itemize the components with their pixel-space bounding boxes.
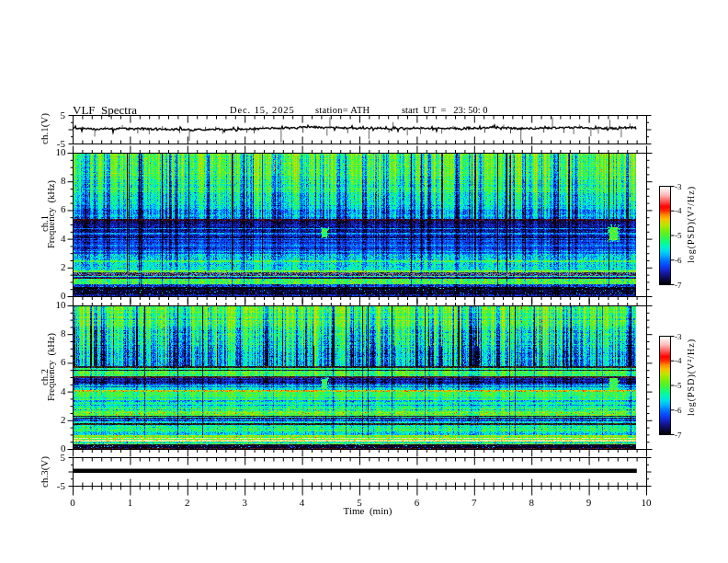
colorbar-1-tick-label--6: -6: [675, 257, 682, 265]
y-tick-label-ch1_spec-2: 2: [37, 262, 66, 272]
y-tick-label-ch2_spec-10: 10: [37, 300, 66, 310]
colorbar-2-label: log(PSD)(V²/Hz): [687, 338, 696, 415]
x-tick-label-4: 4: [291, 498, 313, 508]
date-label: Dec. 15, 2025: [230, 106, 295, 116]
y-tick-label-ch1_spec-6: 6: [37, 204, 66, 214]
plot-title: VLF Spectra: [73, 104, 137, 116]
time-axis-label: Time (min): [336, 506, 400, 516]
x-tick-label-1: 1: [119, 498, 141, 508]
y-tick-label-ch3_wave-bottom: -5: [37, 481, 65, 491]
colorbar-1-label: log(PSD)(V²/Hz): [687, 185, 696, 262]
x-tick-label-9: 9: [578, 498, 600, 508]
x-tick-label-5: 5: [348, 498, 370, 508]
x-tick-label-10: 10: [635, 498, 657, 508]
station-label: station= ATH: [315, 106, 370, 116]
x-tick-label-3: 3: [233, 498, 256, 508]
ch1-spectrogram-image: [74, 154, 636, 296]
x-tick-label-8: 8: [520, 498, 542, 508]
colorbar-1-tick-label--5: -5: [675, 232, 682, 240]
colorbar-2-tick-label--5: -5: [675, 382, 682, 390]
ch2-spectrogram-image: [74, 306, 636, 449]
y-tick-label-ch3_wave-top: 5: [37, 453, 65, 463]
colorbar-1-tick-label--4: -4: [675, 207, 682, 215]
y-tick-label-ch1_spec-8: 8: [37, 176, 66, 186]
colorbar-2-tick-label--6: -6: [675, 407, 682, 415]
colorbar-1-tick-label--3: -3: [675, 183, 682, 191]
y-tick-label-ch1_spec-10: 10: [37, 147, 66, 157]
y-tick-label-ch2_spec-2: 2: [37, 415, 66, 425]
x-tick-label-0: 0: [62, 498, 84, 508]
start-ut-label: start UT = 23: 50: 0: [402, 106, 488, 116]
colorbar-2-tick-label--4: -4: [675, 357, 682, 365]
vlf-spectra-figure: VLF Spectra Dec. 15, 2025 station= ATH s…: [0, 0, 728, 563]
x-tick-label-6: 6: [405, 498, 427, 508]
y-tick-label-ch1_spec-4: 4: [37, 234, 66, 244]
y-tick-label-ch2_spec-4: 4: [37, 386, 66, 396]
colorbar-1-tick-label--7: -7: [675, 282, 682, 290]
y-tick-label-ch2_spec-8: 8: [37, 328, 66, 339]
y-tick-label-ch1_wave-top: 5: [37, 110, 65, 121]
x-tick-label-2: 2: [176, 498, 199, 508]
colorbar-2-gradient: [660, 337, 670, 435]
y-tick-label-ch2_spec-0: 0: [37, 443, 66, 454]
colorbar-2-tick-label--3: -3: [675, 333, 682, 341]
colorbar-2-tick-label--7: -7: [675, 431, 682, 440]
x-tick-label-7: 7: [463, 498, 485, 508]
y-tick-label-ch2_spec-6: 6: [37, 357, 66, 367]
colorbar-1-gradient: [660, 187, 670, 285]
